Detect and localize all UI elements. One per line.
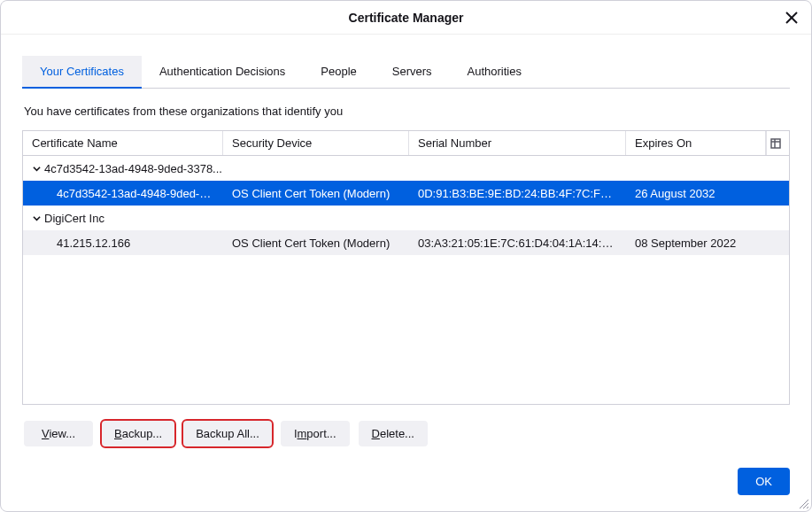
btn-label: Backup All... <box>196 427 259 440</box>
cell-expires: 08 September 2022 <box>626 237 766 250</box>
chevron-down-icon <box>30 165 43 173</box>
tab-your-certificates[interactable]: Your Certificates <box>22 56 142 89</box>
btn-label: ackup... <box>122 427 163 440</box>
cell-serial: 03:A3:21:05:1E:7C:61:D4:04:1A:14:6... <box>409 237 626 250</box>
backup-all-button[interactable]: Backup All... <box>183 421 272 446</box>
group-label: 4c7d3542-13ad-4948-9ded-3378... <box>44 162 222 175</box>
table-header: Certificate Name Security Device Serial … <box>23 131 789 156</box>
table-row[interactable]: 4c7d3542-13ad-4948-9ded-3... OS Client C… <box>23 181 789 206</box>
table-body: 4c7d3542-13ad-4948-9ded-3378... 4c7d3542… <box>23 156 789 255</box>
certificate-manager-dialog: Certificate Manager Your Certificates Au… <box>0 0 812 512</box>
column-picker-icon <box>770 138 781 149</box>
tab-people[interactable]: People <box>303 56 374 89</box>
import-button[interactable]: Import... <box>281 421 350 446</box>
tab-servers[interactable]: Servers <box>375 56 450 89</box>
close-icon <box>785 12 798 24</box>
group-row[interactable]: 4c7d3542-13ad-4948-9ded-3378... <box>23 156 789 181</box>
chevron-down-icon <box>30 214 43 222</box>
column-serial-number[interactable]: Serial Number <box>409 131 626 155</box>
table-row[interactable]: 41.215.12.166 OS Client Cert Token (Mode… <box>23 230 789 255</box>
column-security-device[interactable]: Security Device <box>223 131 409 155</box>
column-expires-on[interactable]: Expires On <box>626 131 766 155</box>
svg-rect-2 <box>771 139 780 148</box>
certificate-table: Certificate Name Security Device Serial … <box>22 130 790 405</box>
tab-authentication-decisions[interactable]: Authentication Decisions <box>142 56 303 89</box>
ok-button[interactable]: OK <box>738 468 790 495</box>
column-certificate-name[interactable]: Certificate Name <box>23 131 223 155</box>
cell-security-device: OS Client Cert Token (Modern) <box>223 187 409 200</box>
cell-serial: 0D:91:B3:BE:9E:BD:24:BB:4F:7C:F4:9... <box>409 187 626 200</box>
resize-grip-icon <box>797 497 809 509</box>
group-row[interactable]: DigiCert Inc <box>23 206 789 230</box>
column-picker[interactable] <box>766 131 784 155</box>
svg-line-7 <box>807 507 808 508</box>
action-button-row: View... Backup... Backup All... Import..… <box>22 405 790 446</box>
btn-label: elete... <box>380 427 414 440</box>
cell-security-device: OS Client Cert Token (Modern) <box>223 237 409 250</box>
cell-cert-name: 41.215.12.166 <box>23 237 223 250</box>
dialog-footer: OK <box>738 468 790 495</box>
titlebar: Certificate Manager <box>1 1 811 35</box>
cell-cert-name: 4c7d3542-13ad-4948-9ded-3... <box>23 187 223 200</box>
resize-grip[interactable] <box>797 497 809 509</box>
view-button[interactable]: View... <box>24 421 93 446</box>
tab-strip: Your Certificates Authentication Decisio… <box>22 56 790 89</box>
tab-authorities[interactable]: Authorities <box>450 56 539 89</box>
cell-expires: 26 August 2032 <box>626 187 766 200</box>
close-button[interactable] <box>781 7 802 28</box>
dialog-title: Certificate Manager <box>349 11 464 25</box>
tab-description: You have certificates from these organiz… <box>22 89 790 130</box>
btn-label: port... <box>306 427 336 440</box>
group-label: DigiCert Inc <box>44 212 104 225</box>
btn-label: iew... <box>49 427 75 440</box>
content-area: Your Certificates Authentication Decisio… <box>1 35 811 446</box>
backup-button[interactable]: Backup... <box>102 421 174 446</box>
delete-button[interactable]: Delete... <box>359 421 428 446</box>
